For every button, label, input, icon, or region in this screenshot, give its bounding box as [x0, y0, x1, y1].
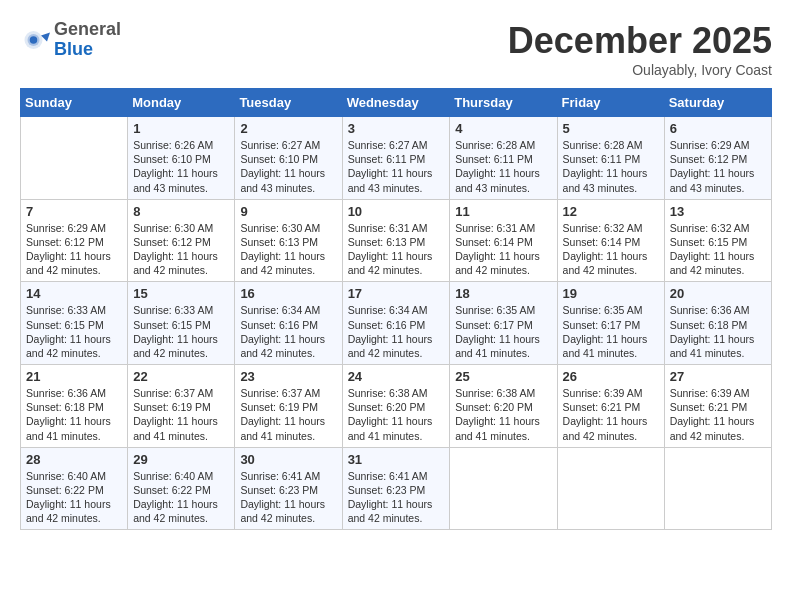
day-number: 18 [455, 286, 551, 301]
day-detail: Sunrise: 6:40 AM Sunset: 6:22 PM Dayligh… [26, 469, 122, 526]
week-row-4: 21Sunrise: 6:36 AM Sunset: 6:18 PM Dayli… [21, 365, 772, 448]
calendar-cell: 2Sunrise: 6:27 AM Sunset: 6:10 PM Daylig… [235, 117, 342, 200]
day-detail: Sunrise: 6:30 AM Sunset: 6:13 PM Dayligh… [240, 221, 336, 278]
calendar-cell: 6Sunrise: 6:29 AM Sunset: 6:12 PM Daylig… [664, 117, 771, 200]
day-number: 22 [133, 369, 229, 384]
day-number: 4 [455, 121, 551, 136]
calendar-cell: 25Sunrise: 6:38 AM Sunset: 6:20 PM Dayli… [450, 365, 557, 448]
calendar-cell: 24Sunrise: 6:38 AM Sunset: 6:20 PM Dayli… [342, 365, 450, 448]
location: Oulayably, Ivory Coast [508, 62, 772, 78]
calendar-cell: 27Sunrise: 6:39 AM Sunset: 6:21 PM Dayli… [664, 365, 771, 448]
day-number: 25 [455, 369, 551, 384]
day-number: 13 [670, 204, 766, 219]
day-detail: Sunrise: 6:38 AM Sunset: 6:20 PM Dayligh… [455, 386, 551, 443]
day-detail: Sunrise: 6:34 AM Sunset: 6:16 PM Dayligh… [240, 303, 336, 360]
day-detail: Sunrise: 6:41 AM Sunset: 6:23 PM Dayligh… [348, 469, 445, 526]
calendar-cell: 4Sunrise: 6:28 AM Sunset: 6:11 PM Daylig… [450, 117, 557, 200]
title-area: December 2025 Oulayably, Ivory Coast [508, 20, 772, 78]
calendar-cell: 10Sunrise: 6:31 AM Sunset: 6:13 PM Dayli… [342, 199, 450, 282]
day-detail: Sunrise: 6:26 AM Sunset: 6:10 PM Dayligh… [133, 138, 229, 195]
weekday-header-saturday: Saturday [664, 89, 771, 117]
calendar-cell: 19Sunrise: 6:35 AM Sunset: 6:17 PM Dayli… [557, 282, 664, 365]
day-number: 17 [348, 286, 445, 301]
day-number: 23 [240, 369, 336, 384]
day-detail: Sunrise: 6:33 AM Sunset: 6:15 PM Dayligh… [133, 303, 229, 360]
day-number: 16 [240, 286, 336, 301]
logo-blue: Blue [54, 40, 121, 60]
day-detail: Sunrise: 6:28 AM Sunset: 6:11 PM Dayligh… [563, 138, 659, 195]
day-detail: Sunrise: 6:39 AM Sunset: 6:21 PM Dayligh… [670, 386, 766, 443]
week-row-1: 1Sunrise: 6:26 AM Sunset: 6:10 PM Daylig… [21, 117, 772, 200]
calendar-cell: 18Sunrise: 6:35 AM Sunset: 6:17 PM Dayli… [450, 282, 557, 365]
day-number: 19 [563, 286, 659, 301]
calendar-cell: 20Sunrise: 6:36 AM Sunset: 6:18 PM Dayli… [664, 282, 771, 365]
weekday-header-tuesday: Tuesday [235, 89, 342, 117]
calendar-cell: 17Sunrise: 6:34 AM Sunset: 6:16 PM Dayli… [342, 282, 450, 365]
day-number: 10 [348, 204, 445, 219]
day-number: 20 [670, 286, 766, 301]
day-detail: Sunrise: 6:27 AM Sunset: 6:11 PM Dayligh… [348, 138, 445, 195]
day-detail: Sunrise: 6:36 AM Sunset: 6:18 PM Dayligh… [670, 303, 766, 360]
calendar-cell: 3Sunrise: 6:27 AM Sunset: 6:11 PM Daylig… [342, 117, 450, 200]
svg-point-2 [30, 36, 38, 44]
calendar-cell: 14Sunrise: 6:33 AM Sunset: 6:15 PM Dayli… [21, 282, 128, 365]
calendar-cell [450, 447, 557, 530]
day-detail: Sunrise: 6:29 AM Sunset: 6:12 PM Dayligh… [26, 221, 122, 278]
weekday-header-thursday: Thursday [450, 89, 557, 117]
weekday-header-friday: Friday [557, 89, 664, 117]
day-detail: Sunrise: 6:28 AM Sunset: 6:11 PM Dayligh… [455, 138, 551, 195]
calendar-cell: 1Sunrise: 6:26 AM Sunset: 6:10 PM Daylig… [128, 117, 235, 200]
day-number: 3 [348, 121, 445, 136]
day-detail: Sunrise: 6:38 AM Sunset: 6:20 PM Dayligh… [348, 386, 445, 443]
day-detail: Sunrise: 6:30 AM Sunset: 6:12 PM Dayligh… [133, 221, 229, 278]
weekday-header-wednesday: Wednesday [342, 89, 450, 117]
month-title: December 2025 [508, 20, 772, 62]
logo-text: General Blue [54, 20, 121, 60]
logo: General Blue [20, 20, 121, 60]
calendar-cell: 30Sunrise: 6:41 AM Sunset: 6:23 PM Dayli… [235, 447, 342, 530]
logo-icon [20, 25, 50, 55]
day-detail: Sunrise: 6:32 AM Sunset: 6:14 PM Dayligh… [563, 221, 659, 278]
day-number: 26 [563, 369, 659, 384]
week-row-2: 7Sunrise: 6:29 AM Sunset: 6:12 PM Daylig… [21, 199, 772, 282]
calendar-cell: 22Sunrise: 6:37 AM Sunset: 6:19 PM Dayli… [128, 365, 235, 448]
calendar-cell: 9Sunrise: 6:30 AM Sunset: 6:13 PM Daylig… [235, 199, 342, 282]
day-detail: Sunrise: 6:33 AM Sunset: 6:15 PM Dayligh… [26, 303, 122, 360]
day-number: 28 [26, 452, 122, 467]
day-number: 31 [348, 452, 445, 467]
page-header: General Blue December 2025 Oulayably, Iv… [20, 20, 772, 78]
calendar-table: SundayMondayTuesdayWednesdayThursdayFrid… [20, 88, 772, 530]
day-detail: Sunrise: 6:31 AM Sunset: 6:13 PM Dayligh… [348, 221, 445, 278]
calendar-cell: 12Sunrise: 6:32 AM Sunset: 6:14 PM Dayli… [557, 199, 664, 282]
day-number: 1 [133, 121, 229, 136]
day-detail: Sunrise: 6:37 AM Sunset: 6:19 PM Dayligh… [240, 386, 336, 443]
day-number: 11 [455, 204, 551, 219]
calendar-cell: 23Sunrise: 6:37 AM Sunset: 6:19 PM Dayli… [235, 365, 342, 448]
day-detail: Sunrise: 6:36 AM Sunset: 6:18 PM Dayligh… [26, 386, 122, 443]
day-number: 8 [133, 204, 229, 219]
day-detail: Sunrise: 6:41 AM Sunset: 6:23 PM Dayligh… [240, 469, 336, 526]
day-detail: Sunrise: 6:29 AM Sunset: 6:12 PM Dayligh… [670, 138, 766, 195]
day-detail: Sunrise: 6:34 AM Sunset: 6:16 PM Dayligh… [348, 303, 445, 360]
day-number: 21 [26, 369, 122, 384]
day-detail: Sunrise: 6:35 AM Sunset: 6:17 PM Dayligh… [563, 303, 659, 360]
day-number: 27 [670, 369, 766, 384]
day-detail: Sunrise: 6:37 AM Sunset: 6:19 PM Dayligh… [133, 386, 229, 443]
calendar-cell: 7Sunrise: 6:29 AM Sunset: 6:12 PM Daylig… [21, 199, 128, 282]
calendar-cell: 8Sunrise: 6:30 AM Sunset: 6:12 PM Daylig… [128, 199, 235, 282]
calendar-cell: 11Sunrise: 6:31 AM Sunset: 6:14 PM Dayli… [450, 199, 557, 282]
day-number: 5 [563, 121, 659, 136]
week-row-5: 28Sunrise: 6:40 AM Sunset: 6:22 PM Dayli… [21, 447, 772, 530]
calendar-cell: 5Sunrise: 6:28 AM Sunset: 6:11 PM Daylig… [557, 117, 664, 200]
logo-general: General [54, 20, 121, 40]
weekday-header-row: SundayMondayTuesdayWednesdayThursdayFrid… [21, 89, 772, 117]
day-number: 30 [240, 452, 336, 467]
day-number: 14 [26, 286, 122, 301]
calendar-cell [21, 117, 128, 200]
weekday-header-monday: Monday [128, 89, 235, 117]
week-row-3: 14Sunrise: 6:33 AM Sunset: 6:15 PM Dayli… [21, 282, 772, 365]
day-detail: Sunrise: 6:31 AM Sunset: 6:14 PM Dayligh… [455, 221, 551, 278]
day-number: 12 [563, 204, 659, 219]
day-number: 24 [348, 369, 445, 384]
calendar-cell [664, 447, 771, 530]
